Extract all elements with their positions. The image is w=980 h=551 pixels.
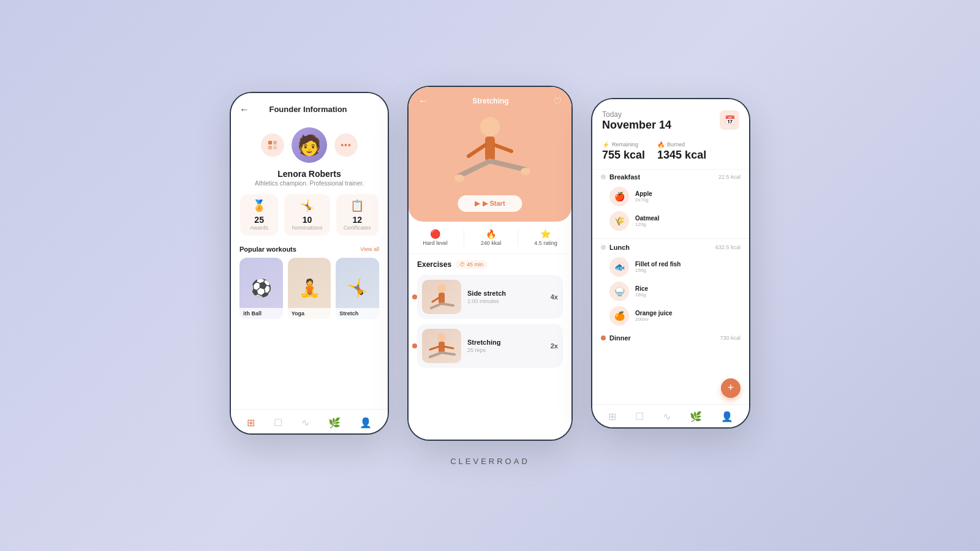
meal-dot-breakfast <box>601 174 606 179</box>
svg-rect-2 <box>268 146 272 149</box>
exercise-thumb-1 <box>422 280 461 314</box>
nav-stats-icon[interactable]: ∿ <box>301 417 309 429</box>
nav-home-icon[interactable]: ⊞ <box>247 417 255 429</box>
workouts-row: ⚽ ith Ball 🧘 Yoga 🤸 Stretch <box>231 258 388 319</box>
workout-card-stretch[interactable]: 🤸 Stretch <box>336 258 379 319</box>
food-oatmeal: 🌾 Oatmeal 120g <box>601 209 741 233</box>
profile-icons-row: 🧑 ••• <box>231 121 388 165</box>
kcal-row: ⚡ Remaining 755 kcal 🔥 Burned 1345 kcal <box>592 138 749 170</box>
rnav-leaf-icon[interactable]: 🌿 <box>690 411 702 422</box>
right-phone: Today November 14 📅 ⚡ Remaining 755 kcal <box>591 98 750 429</box>
kcal-burned: 🔥 Burned 1345 kcal <box>657 141 706 162</box>
burned-icon: 🔥 <box>657 141 665 148</box>
meal-breakfast: Breakfast 22.5 kcal 🍎 Apple 2x70g 🌾 Oatm… <box>592 170 749 237</box>
start-button[interactable]: ▶ ▶ Start <box>458 195 522 212</box>
food-fish: 🐟 Fillet of red fish 150g <box>601 255 741 279</box>
exercise-info-2: Stretching 25 reps <box>467 339 545 353</box>
nav-leaf-icon[interactable]: 🌿 <box>328 417 341 429</box>
calendar-icon: 📅 <box>725 115 735 125</box>
meal-dot-lunch <box>601 245 606 250</box>
calendar-button[interactable]: 📅 <box>720 110 739 130</box>
food-apple: 🍎 Apple 2x70g <box>601 184 741 209</box>
exercise-thumb-2 <box>422 329 461 363</box>
time-badge: ⏱ 45 min <box>455 260 488 269</box>
svg-line-22 <box>444 347 453 348</box>
workout-card-ball[interactable]: ⚽ ith Ball <box>239 258 283 319</box>
workout-card-yoga[interactable]: 🧘 Yoga <box>288 258 331 319</box>
nav-profile-icon[interactable]: 👤 <box>360 417 372 429</box>
svg-line-20 <box>442 353 454 354</box>
meal-breakfast-header: Breakfast 22.5 kcal <box>601 173 741 181</box>
center-phone: ← Stretching ♡ ▶ <box>407 86 573 441</box>
svg-line-21 <box>430 347 439 350</box>
food-icon-fish: 🐟 <box>609 257 629 277</box>
wstat-rating: ⭐ 4.5 rating <box>534 229 557 246</box>
stats-row: 🏅 25 Awards 🤸 10 Nominations 📋 12 Certif… <box>231 187 388 243</box>
stat-certificates: 📋 12 Certificates <box>336 194 379 236</box>
meal-lunch-header: Lunch 632.5 kcal <box>601 244 741 251</box>
exercise-info-1: Side stretch 1:00 minutes <box>467 290 545 304</box>
food-icon-rice: 🍚 <box>609 282 629 301</box>
add-meal-button[interactable]: + <box>721 378 741 398</box>
left-phone: ← Founder Information 🧑 ••• <box>230 92 389 435</box>
exercises-header: Exercises ⏱ 45 min <box>417 260 563 269</box>
svg-line-16 <box>432 298 439 302</box>
left-header-title: Founder Information <box>249 105 367 114</box>
stat-nominations: 🤸 10 Nominations <box>284 194 330 236</box>
profile-subtitle: Athletics champion. Professional trainer… <box>231 180 388 187</box>
center-back-button[interactable]: ← <box>418 96 428 107</box>
rnav-video-icon[interactable]: ☐ <box>635 411 644 422</box>
svg-line-15 <box>442 304 453 305</box>
stretch-hero: ← Stretching ♡ ▶ <box>409 87 571 222</box>
left-header: ← Founder Information <box>231 93 388 121</box>
exercise-dot-1 <box>412 294 417 299</box>
bottom-nav-right: ⊞ ☐ ∿ 🌿 👤 <box>592 404 749 427</box>
svg-rect-3 <box>273 146 277 149</box>
phones-row: ← Founder Information 🧑 ••• <box>230 86 750 441</box>
meal-dot-dinner <box>601 335 606 340</box>
stretch-header-bar: ← Stretching ♡ <box>409 96 571 107</box>
exercises-title: Exercises <box>417 260 451 269</box>
favorite-icon[interactable]: ♡ <box>553 96 562 107</box>
food-icon-juice: 🍊 <box>609 306 629 326</box>
exercise-item-2[interactable]: Stretching 25 reps 2x <box>417 324 563 368</box>
profile-icon-gallery[interactable] <box>261 133 284 157</box>
svg-point-17 <box>437 333 446 342</box>
meal-dinner-header: Dinner 730 kcal <box>601 334 741 342</box>
remaining-icon: ⚡ <box>602 141 609 148</box>
meal-dinner: Dinner 730 kcal <box>592 332 749 349</box>
food-juice: 🍊 Orange juice 200ml <box>601 304 741 328</box>
kcal-remaining: ⚡ Remaining 755 kcal <box>602 141 645 162</box>
profile-icon-more[interactable]: ••• <box>334 133 358 157</box>
meal-lunch: Lunch 632.5 kcal 🐟 Fillet of red fish 15… <box>592 240 749 332</box>
rnav-home-icon[interactable]: ⊞ <box>608 411 616 422</box>
svg-point-11 <box>521 168 530 175</box>
rnav-profile-icon[interactable]: 👤 <box>721 411 733 422</box>
svg-line-19 <box>430 353 442 357</box>
food-icon-oatmeal: 🌾 <box>609 211 629 231</box>
brand-label: CLEVERROAD <box>450 457 530 466</box>
svg-rect-1 <box>273 141 277 144</box>
right-header: Today November 14 📅 <box>592 99 749 138</box>
wstat-kcal: 🔥 240 kkal <box>481 229 502 246</box>
exercise-item-1[interactable]: Side stretch 1:00 minutes 4x <box>417 275 563 319</box>
wstat-level: 🔴 Hard level <box>423 229 448 246</box>
food-rice: 🍚 Rice 180g <box>601 279 741 304</box>
popular-title: Popular workouts <box>239 246 296 253</box>
svg-line-9 <box>495 145 511 151</box>
rnav-stats-icon[interactable]: ∿ <box>663 411 671 422</box>
date-display: Today November 14 <box>602 110 671 132</box>
svg-rect-0 <box>268 141 272 144</box>
nav-video-icon[interactable]: ☐ <box>274 417 282 429</box>
svg-point-10 <box>454 174 464 182</box>
exercise-dot-2 <box>412 343 417 348</box>
svg-rect-5 <box>485 137 495 161</box>
stretch-figure-svg <box>435 108 545 206</box>
view-all-link[interactable]: View all <box>360 246 379 252</box>
svg-line-6 <box>459 161 490 176</box>
svg-line-8 <box>469 145 485 156</box>
popular-header: Popular workouts View all <box>231 243 388 258</box>
back-button[interactable]: ← <box>239 104 249 115</box>
stretch-title: Stretching <box>472 97 508 105</box>
svg-line-14 <box>431 304 442 308</box>
